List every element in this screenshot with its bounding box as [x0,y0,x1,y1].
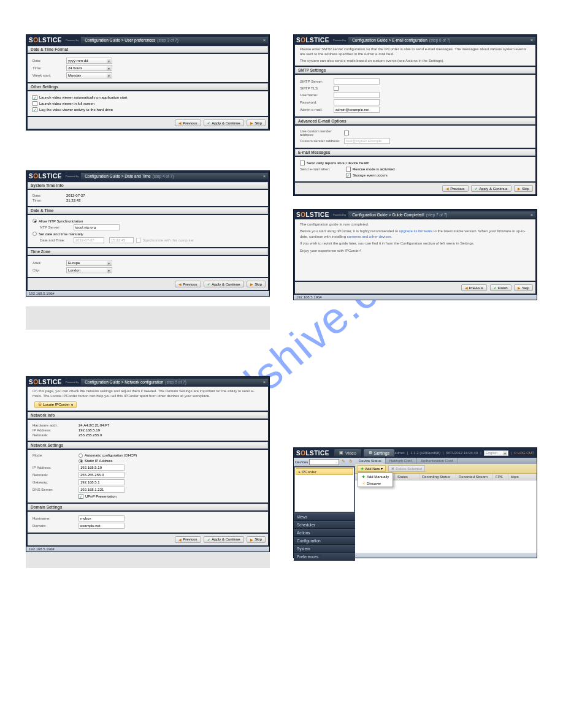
apply-continue-button[interactable]: ✔Apply & Continue [471,185,511,192]
col-recorded-stream[interactable]: Recorded Stream [456,474,493,480]
check-rescue-mode[interactable] [346,167,351,172]
input-ntp-server[interactable]: ipool.ntp.org [74,224,120,230]
select-date-format[interactable]: yyyy-mm-dd [66,58,112,64]
sidebar: Devices ▾ ✎ ↻ ▸ IPCorder Views Schedules… [294,458,355,553]
apply-continue-button[interactable]: ✔Apply & Continue [204,281,243,287]
status-bar: 192.168.5.196# [26,547,269,552]
dialog-title: Configuration Guide > Guide Completed! [352,213,424,217]
input-date-manual: 2012-07-27 [74,237,104,243]
check-log-activity[interactable]: ✓ [33,107,37,112]
input-gateway[interactable]: 192.168.5.1 [79,479,124,485]
radio-manual[interactable] [33,232,37,236]
previous-button[interactable]: ◀Previous [175,536,201,543]
input-admin-email[interactable]: admin@example.net [334,107,380,113]
subtab-auth-conf[interactable]: Authentication Conf. [417,458,458,464]
refresh-icon[interactable]: ↻ [348,459,354,465]
acc-views[interactable]: Views [294,513,355,521]
previous-button[interactable]: ◀Previous [442,185,468,192]
check-smtp-tls[interactable] [334,86,339,91]
brand-logo: SOLSTICE [294,211,332,218]
section-smtp: SMTP Settings [295,67,535,74]
close-icon[interactable]: × [263,174,266,178]
close-icon[interactable]: × [530,213,533,217]
tab-settings[interactable]: ⚙Settings [364,449,394,457]
locate-button[interactable]: ⦿Locate IPCorder▾ [34,401,77,408]
subtab-network-conf[interactable]: Network Conf. [386,458,417,464]
input-password[interactable] [334,99,380,105]
close-icon[interactable]: × [263,380,266,384]
input-domain[interactable]: example.net [79,523,124,529]
radio-dhcp[interactable] [79,453,83,458]
acc-configuration[interactable]: Configuration [294,537,355,545]
check-daily-reports[interactable] [300,161,305,165]
value-hwaddr: 24:A4:2C:21:04:F7 [79,423,109,427]
close-icon[interactable]: × [530,38,533,42]
tree-root-item[interactable]: ▸ IPCorder [296,468,353,475]
dialog-title: Configuration Guide > User preferences [85,38,155,42]
menu-add-manually[interactable]: ✚Add Manually [358,473,393,480]
input-username[interactable] [334,92,380,98]
check-storage-event[interactable]: ✓ [346,173,351,178]
apply-continue-button[interactable]: ✔Apply & Continue [204,119,243,126]
link-cameras[interactable]: cameras and other devices [347,235,391,238]
delete-selected-button[interactable]: ✖Delete Selected [388,465,424,472]
section-timezone: Time Zone [28,248,268,255]
label-week: Week start: [33,74,66,77]
input-ip[interactable]: 192.168.5.19 [79,464,124,471]
col-status[interactable]: Status [395,474,419,480]
logout-link[interactable]: ⎋ LOG OUT [514,451,534,455]
skip-button[interactable]: ▶Skip [247,536,266,543]
select-city[interactable]: London [66,267,112,273]
select-area[interactable]: Europe [66,260,112,266]
intro-text: On this page, you can check the network … [28,387,268,401]
radio-ntp[interactable] [33,219,37,223]
previous-button[interactable]: ◀Previous [461,284,487,291]
check-fullscreen[interactable] [33,101,37,106]
select-time-format[interactable]: 24 hours [66,65,112,71]
add-new-button[interactable]: ✚Add New▾ [358,465,386,472]
link-upgrade-firmware[interactable]: upgrade its firmware [399,229,432,233]
apply-continue-button[interactable]: ✔Apply & Continue [204,536,243,543]
section-domain: Domain Settings [28,504,268,510]
devices-label: Devices [295,460,308,464]
skip-button[interactable]: ▶Skip [247,119,266,126]
input-netmask[interactable]: 255.255.255.0 [79,472,124,478]
status-bar: 192.168.5.196# [26,291,269,296]
check-launch-auto[interactable]: ✓ [33,95,37,100]
complete-line2: Before you start using IPCorder, it is h… [300,229,530,239]
col-kbps[interactable]: kbps [508,474,537,480]
tab-video[interactable]: ▣Video [334,449,361,457]
skip-button[interactable]: ▶Skip [247,281,266,287]
skip-button[interactable]: ▶Skip [514,185,533,192]
check-upnp[interactable]: ✓ [79,494,83,499]
devices-select[interactable]: ▾ [309,459,339,465]
close-icon[interactable]: × [263,38,266,42]
skip-button[interactable]: ▶Skip [514,284,533,291]
col-recording-status[interactable]: Recording Status [419,474,456,480]
acc-system[interactable]: System [294,545,355,553]
finish-button[interactable]: ✔Finish [490,284,511,291]
menu-discover[interactable]: ☉Discover [358,480,393,487]
acc-schedules[interactable]: Schedules [294,521,355,529]
input-smtp-server[interactable] [334,78,380,85]
dialog-step: (step 4 of 7) [153,174,174,178]
input-dns[interactable]: 192.168.1.221 [79,487,124,493]
acc-actions[interactable]: Actions [294,529,355,537]
previous-button[interactable]: ◀Previous [175,119,201,126]
dialog-title: Configuration Guide > Date and Time [85,174,151,178]
input-hostname[interactable]: mybox [79,515,124,521]
brand-logo: SOLSTICE [26,379,64,385]
col-fps[interactable]: FPS [493,474,508,480]
language-select[interactable]: English [484,450,508,456]
powered-by: Powered by [332,39,347,42]
subtab-device-status[interactable]: Device Status [355,458,386,464]
label-log-activity: Log the video viewer activity to the har… [39,108,113,112]
input-time-manual: 15:22:45 [109,237,134,243]
check-custom-sender[interactable] [344,131,349,135]
select-week-start[interactable]: Monday [66,72,112,78]
section-advanced-email: Advanced E-mail Options [295,118,535,124]
edit-icon[interactable]: ✎ [340,459,347,465]
label-area: Area: [33,261,66,265]
previous-button[interactable]: ◀Previous [175,281,201,287]
radio-static[interactable] [79,459,83,463]
